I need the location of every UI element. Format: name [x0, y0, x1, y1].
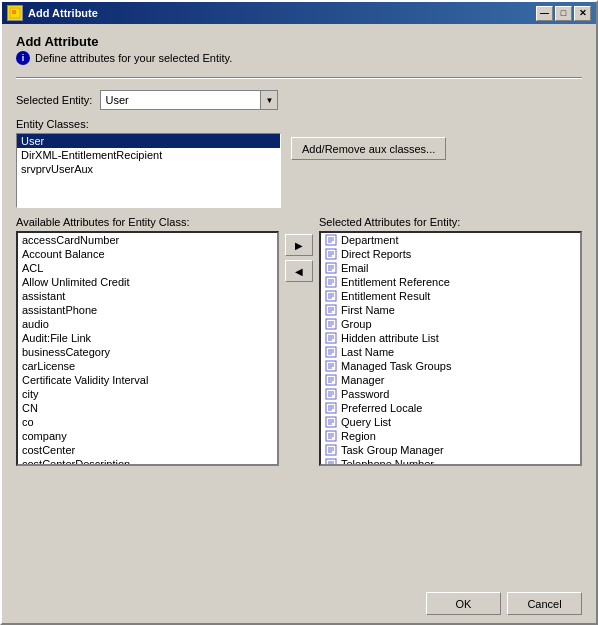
selected-attribute-item[interactable]: First Name — [321, 303, 580, 317]
attribute-icon — [325, 318, 337, 330]
arrow-buttons: ▶ ◀ — [279, 234, 319, 282]
selected-attribute-label: Managed Task Groups — [341, 360, 451, 372]
available-attribute-item[interactable]: carLicense — [18, 359, 277, 373]
attribute-icon — [325, 346, 337, 358]
lists-container: Available Attributes for Entity Class: a… — [16, 216, 582, 574]
attribute-icon — [325, 262, 337, 274]
attribute-icon — [325, 234, 337, 246]
available-attribute-item[interactable]: ACL — [18, 261, 277, 275]
selected-attribute-item[interactable]: Managed Task Groups — [321, 359, 580, 373]
selected-attribute-item[interactable]: Telephone Number — [321, 457, 580, 466]
available-attribute-item[interactable]: CN — [18, 401, 277, 415]
selected-attribute-item[interactable]: Region — [321, 429, 580, 443]
divider-1 — [16, 77, 582, 78]
selected-attribute-item[interactable]: Department — [321, 233, 580, 247]
attribute-icon — [325, 248, 337, 260]
selected-attribute-label: Preferred Locale — [341, 402, 422, 414]
move-left-button[interactable]: ◀ — [285, 260, 313, 282]
maximize-button[interactable]: □ — [555, 6, 572, 21]
dialog-description: i Define attributes for your selected En… — [16, 51, 582, 65]
selected-attribute-label: Password — [341, 388, 389, 400]
available-attribute-item[interactable]: Audit:File Link — [18, 331, 277, 345]
attribute-icon — [325, 430, 337, 442]
attribute-icon — [325, 388, 337, 400]
available-attribute-item[interactable]: assistant — [18, 289, 277, 303]
selected-attribute-item[interactable]: Manager — [321, 373, 580, 387]
available-attribute-item[interactable]: co — [18, 415, 277, 429]
selected-list[interactable]: Department Direct Reports Email Entitlem… — [319, 231, 582, 466]
attribute-icon — [325, 402, 337, 414]
selected-attribute-item[interactable]: Password — [321, 387, 580, 401]
window-icon — [7, 5, 23, 21]
selected-attribute-label: Entitlement Reference — [341, 276, 450, 288]
selected-attribute-label: Task Group Manager — [341, 444, 444, 456]
selected-attribute-label: Query List — [341, 416, 391, 428]
dialog-title: Add Attribute — [16, 34, 582, 49]
attribute-icon — [325, 360, 337, 372]
selected-attribute-item[interactable]: Last Name — [321, 345, 580, 359]
add-remove-aux-button[interactable]: Add/Remove aux classes... — [291, 137, 446, 160]
entity-classes-label: Entity Classes: — [16, 118, 582, 130]
selected-attribute-item[interactable]: Query List — [321, 415, 580, 429]
available-attribute-item[interactable]: businessCategory — [18, 345, 277, 359]
available-attribute-item[interactable]: audio — [18, 317, 277, 331]
selected-attribute-item[interactable]: Email — [321, 261, 580, 275]
selected-attribute-label: Group — [341, 318, 372, 330]
attribute-icon — [325, 332, 337, 344]
selected-attribute-label: Telephone Number — [341, 458, 434, 466]
attribute-icon — [325, 374, 337, 386]
selected-attribute-item[interactable]: Hidden attribute List — [321, 331, 580, 345]
available-attribute-item[interactable]: costCenter — [18, 443, 277, 457]
available-attribute-item[interactable]: company — [18, 429, 277, 443]
selected-attribute-label: Entitlement Result — [341, 290, 430, 302]
selected-attribute-item[interactable]: Task Group Manager — [321, 443, 580, 457]
entity-class-item[interactable]: User — [17, 134, 280, 148]
selected-attribute-item[interactable]: Entitlement Reference — [321, 275, 580, 289]
entity-class-item[interactable]: srvprvUserAux — [17, 162, 280, 176]
attribute-icon — [325, 416, 337, 428]
window-title: Add Attribute — [28, 7, 98, 19]
description-text: Define attributes for your selected Enti… — [35, 52, 232, 64]
close-button[interactable]: ✕ — [574, 6, 591, 21]
entity-classes-row: UserDirXML-EntitlementRecipientsrvprvUse… — [16, 133, 582, 208]
selected-attribute-label: First Name — [341, 304, 395, 316]
selected-attribute-item[interactable]: Entitlement Result — [321, 289, 580, 303]
available-attribute-item[interactable]: Certificate Validity Interval — [18, 373, 277, 387]
selected-attribute-label: Hidden attribute List — [341, 332, 439, 344]
info-icon: i — [16, 51, 30, 65]
available-attribute-item[interactable]: Allow Unlimited Credit — [18, 275, 277, 289]
attribute-icon — [325, 458, 337, 466]
selected-attribute-label: Department — [341, 234, 398, 246]
attribute-icon — [325, 444, 337, 456]
title-bar: Add Attribute — □ ✕ — [2, 2, 596, 24]
available-attribute-item[interactable]: Account Balance — [18, 247, 277, 261]
selected-attribute-label: Manager — [341, 374, 384, 386]
entity-label: Selected Entity: — [16, 94, 92, 106]
selected-attribute-item[interactable]: Preferred Locale — [321, 401, 580, 415]
available-attribute-item[interactable]: accessCardNumber — [18, 233, 277, 247]
available-list[interactable]: accessCardNumberAccount BalanceACLAllow … — [16, 231, 279, 466]
svg-rect-1 — [12, 10, 16, 14]
section-header: Add Attribute i Define attributes for yo… — [16, 34, 582, 65]
cancel-button[interactable]: Cancel — [507, 592, 582, 615]
entity-classes-list[interactable]: UserDirXML-EntitlementRecipientsrvprvUse… — [16, 133, 281, 208]
available-list-section: Available Attributes for Entity Class: a… — [16, 216, 279, 466]
selected-attribute-item[interactable]: Direct Reports — [321, 247, 580, 261]
available-list-label: Available Attributes for Entity Class: — [16, 216, 279, 228]
move-right-button[interactable]: ▶ — [285, 234, 313, 256]
entity-select-container: ▼ — [100, 90, 278, 110]
available-attribute-item[interactable]: city — [18, 387, 277, 401]
available-attribute-item[interactable]: assistantPhone — [18, 303, 277, 317]
attribute-icon — [325, 290, 337, 302]
selected-attribute-item[interactable]: Group — [321, 317, 580, 331]
minimize-button[interactable]: — — [536, 6, 553, 21]
available-attribute-item[interactable]: costCenterDescription — [18, 457, 277, 466]
entity-classes-section: Entity Classes: UserDirXML-EntitlementRe… — [16, 118, 582, 208]
selected-list-section: Selected Attributes for Entity: Departme… — [319, 216, 582, 466]
ok-button[interactable]: OK — [426, 592, 501, 615]
entity-input[interactable] — [100, 90, 260, 110]
title-bar-buttons: — □ ✕ — [536, 6, 591, 21]
entity-dropdown-button[interactable]: ▼ — [260, 90, 278, 110]
entity-class-item[interactable]: DirXML-EntitlementRecipient — [17, 148, 280, 162]
selected-attribute-label: Email — [341, 262, 369, 274]
